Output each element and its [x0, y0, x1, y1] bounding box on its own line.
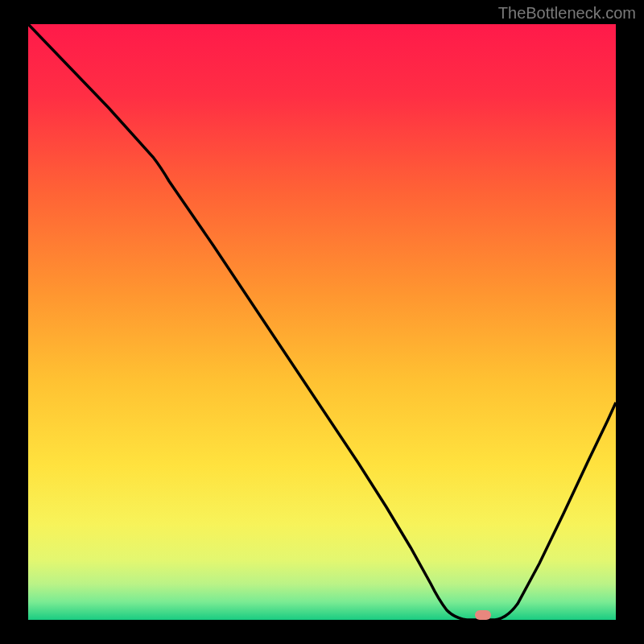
watermark-text: TheBottleneck.com [498, 4, 636, 23]
bottleneck-curve [28, 24, 616, 620]
chart-container [28, 24, 616, 620]
optimal-marker [475, 610, 491, 620]
